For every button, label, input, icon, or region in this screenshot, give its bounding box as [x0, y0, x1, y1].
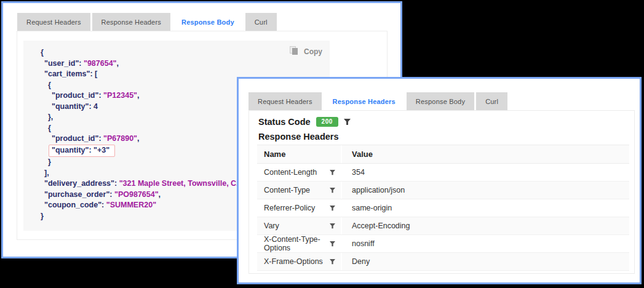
row-filter-icon[interactable] [330, 188, 335, 193]
tab-curl[interactable]: Curl [476, 92, 507, 110]
table-row: X-Frame-OptionsDeny [257, 253, 629, 271]
status-code-row: Status Code 200 [258, 117, 351, 127]
header-name: X-Content-Type-Options [264, 235, 330, 252]
table-header-row: Name Value [257, 145, 629, 164]
table-row: X-Content-Type-Optionsnosniff [257, 235, 629, 253]
tab-response-headers[interactable]: Response Headers [92, 13, 170, 31]
header-value: Accept-Encoding [342, 222, 629, 230]
code-line: { [23, 47, 330, 58]
column-header-value: Value [342, 150, 629, 159]
header-name-cell: Content-Length [257, 164, 342, 181]
tab-response-headers[interactable]: Response Headers [324, 92, 405, 110]
header-name-cell: X-Content-Type-Options [257, 235, 342, 252]
header-name-cell: Vary [257, 217, 342, 234]
header-name: Vary [264, 222, 279, 230]
table-row: Referrer-Policysame-origin [257, 199, 629, 217]
header-name-cell: Content-Type [257, 182, 342, 199]
tab-request-headers[interactable]: Request Headers [17, 13, 90, 31]
tab-curl[interactable]: Curl [245, 13, 277, 31]
response-headers-content: Status Code 200 Response Headers Name Va… [248, 110, 635, 274]
header-name: Content-Length [264, 168, 317, 177]
status-code-label: Status Code [258, 117, 311, 127]
section-title: Response Headers [258, 132, 339, 142]
header-name-cell: Referrer-Policy [257, 199, 342, 217]
header-value: 354 [342, 168, 629, 177]
tab-response-body[interactable]: Response Body [407, 92, 474, 110]
row-filter-icon[interactable] [330, 206, 335, 211]
tab-request-headers[interactable]: Request Headers [248, 92, 322, 110]
code-line: "user_id": "987654", [23, 58, 330, 70]
status-code-badge: 200 [316, 117, 338, 127]
status-filter-icon[interactable] [344, 119, 351, 126]
response-headers-panel: Request Headers Response Headers Respons… [237, 77, 642, 284]
header-value: same-origin [342, 204, 629, 212]
table-row: VaryAccept-Encoding [257, 217, 629, 235]
table-row: Content-Typeapplication/json [257, 182, 629, 199]
header-value: application/json [342, 186, 629, 194]
header-name: Referrer-Policy [264, 204, 315, 212]
screen-canvas: Request Headers Response Headers Respons… [0, 0, 644, 288]
highlighted-code-box: "quantity": "+3" [49, 145, 115, 158]
table-row: Content-Length354 [257, 164, 629, 182]
row-filter-icon[interactable] [330, 223, 335, 229]
headers-table: Name Value Content-Length354Content-Type… [257, 145, 629, 271]
column-header-name: Name [257, 145, 342, 163]
header-value: Deny [342, 257, 629, 266]
header-name-cell: X-Frame-Options [257, 253, 342, 270]
header-name: X-Frame-Options [264, 257, 323, 266]
row-filter-icon[interactable] [330, 170, 335, 175]
back-panel-tabs: Request Headers Response Headers Respons… [17, 13, 277, 31]
row-filter-icon[interactable] [330, 241, 335, 247]
header-value: nosniff [342, 239, 629, 248]
tab-response-body[interactable]: Response Body [172, 13, 244, 31]
front-panel-tabs: Request Headers Response Headers Respons… [248, 92, 507, 110]
row-filter-icon[interactable] [330, 259, 335, 265]
header-name: Content-Type [264, 186, 310, 194]
